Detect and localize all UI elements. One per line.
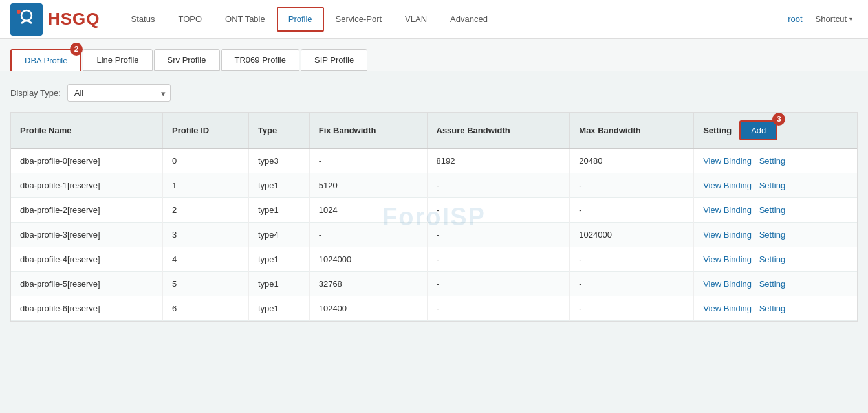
view-binding-link[interactable]: View Binding xyxy=(703,156,752,166)
cell-actions: View Binding Setting xyxy=(694,272,857,296)
badge-2: 2 xyxy=(70,43,83,56)
shortcut-label: Shortcut xyxy=(816,14,847,24)
chevron-down-icon: ▾ xyxy=(849,16,852,23)
setting-link[interactable]: Setting xyxy=(759,181,785,190)
cell-max-bandwidth: 1024000 xyxy=(570,223,694,247)
cell-profile-name: dba-profile-6[reserve] xyxy=(11,296,163,321)
tab-line-profile[interactable]: Line Profile xyxy=(83,49,152,71)
cell-actions: View Binding Setting xyxy=(694,296,857,321)
cell-actions: View Binding Setting xyxy=(694,198,857,223)
nav-ont-table[interactable]: ONT Table xyxy=(213,0,277,39)
nav-right: root Shortcut ▾ xyxy=(783,14,858,24)
cell-profile-name: dba-profile-3[reserve] xyxy=(11,223,163,247)
cell-fix-bandwidth: - xyxy=(309,149,427,173)
cell-type: type1 xyxy=(248,272,309,296)
cell-assure-bandwidth: - xyxy=(427,296,570,321)
col-setting-label: Setting xyxy=(703,126,732,135)
header: HSGQ Status TOPO ONT Table Profile Servi… xyxy=(0,0,868,39)
col-profile-name: Profile Name xyxy=(11,113,163,149)
nav-topo[interactable]: TOPO xyxy=(166,0,213,39)
view-binding-link[interactable]: View Binding xyxy=(703,205,752,215)
nav-profile[interactable]: Profile xyxy=(277,7,324,32)
cell-profile-id: 1 xyxy=(163,173,249,198)
view-binding-link[interactable]: View Binding xyxy=(703,304,752,313)
view-binding-link[interactable]: View Binding xyxy=(703,230,752,240)
table-row: dba-profile-3[reserve] 3 type4 - - 10240… xyxy=(11,223,857,247)
col-type: Type xyxy=(248,113,309,149)
cell-profile-id: 2 xyxy=(163,198,249,223)
setting-link[interactable]: Setting xyxy=(759,279,785,289)
setting-link[interactable]: Setting xyxy=(759,230,785,240)
shortcut-menu[interactable]: Shortcut ▾ xyxy=(810,14,858,24)
cell-assure-bandwidth: - xyxy=(427,247,570,272)
table-row: dba-profile-6[reserve] 6 type1 102400 - … xyxy=(11,296,857,321)
view-binding-link[interactable]: View Binding xyxy=(703,279,752,289)
cell-max-bandwidth: 20480 xyxy=(570,149,694,173)
cell-max-bandwidth: - xyxy=(570,272,694,296)
cell-type: type1 xyxy=(248,173,309,198)
cell-profile-id: 3 xyxy=(163,223,249,247)
cell-assure-bandwidth: - xyxy=(427,223,570,247)
cell-profile-name: dba-profile-4[reserve] xyxy=(11,247,163,272)
cell-profile-id: 6 xyxy=(163,296,249,321)
sub-tabs-bar: 2 DBA Profile Line Profile Srv Profile T… xyxy=(0,39,868,71)
nav-service-port[interactable]: Service-Port xyxy=(324,0,394,39)
setting-link[interactable]: Setting xyxy=(759,156,785,166)
main-content: Display Type: All type1 type3 type4 Foro… xyxy=(0,71,868,335)
col-profile-id: Profile ID xyxy=(163,113,249,149)
display-type-label: Display Type: xyxy=(10,88,61,98)
cell-fix-bandwidth: - xyxy=(309,223,427,247)
nav-vlan[interactable]: VLAN xyxy=(393,0,439,39)
user-label: root xyxy=(783,14,807,24)
cell-fix-bandwidth: 1024 xyxy=(309,198,427,223)
col-setting-add: Setting Add 3 xyxy=(694,113,857,149)
dba-profile-table: ForoISP Profile Name Profile ID Type Fix… xyxy=(10,112,858,322)
cell-profile-name: dba-profile-0[reserve] xyxy=(11,149,163,173)
cell-max-bandwidth: - xyxy=(570,296,694,321)
table-row: dba-profile-2[reserve] 2 type1 1024 - - … xyxy=(11,198,857,223)
setting-link[interactable]: Setting xyxy=(759,205,785,215)
table-row: dba-profile-4[reserve] 4 type1 1024000 -… xyxy=(11,247,857,272)
cell-profile-name: dba-profile-1[reserve] xyxy=(11,173,163,198)
cell-fix-bandwidth: 102400 xyxy=(309,296,427,321)
col-max-bandwidth: Max Bandwidth xyxy=(570,113,694,149)
setting-link[interactable]: Setting xyxy=(759,254,785,264)
cell-fix-bandwidth: 5120 xyxy=(309,173,427,198)
tab-sip-profile[interactable]: SIP Profile xyxy=(301,49,367,71)
cell-assure-bandwidth: - xyxy=(427,272,570,296)
cell-profile-name: dba-profile-2[reserve] xyxy=(11,198,163,223)
view-binding-link[interactable]: View Binding xyxy=(703,181,752,190)
badge-3: 3 xyxy=(772,113,785,126)
display-type-row: Display Type: All type1 type3 type4 xyxy=(10,84,858,102)
cell-type: type1 xyxy=(248,247,309,272)
table-header-row: Profile Name Profile ID Type Fix Bandwid… xyxy=(11,113,857,149)
col-assure-bandwidth: Assure Bandwidth xyxy=(427,113,570,149)
cell-type: type4 xyxy=(248,223,309,247)
cell-profile-id: 4 xyxy=(163,247,249,272)
add-button[interactable]: Add 3 xyxy=(739,120,777,140)
cell-actions: View Binding Setting xyxy=(694,247,857,272)
cell-max-bandwidth: - xyxy=(570,198,694,223)
tab-srv-profile[interactable]: Srv Profile xyxy=(154,49,220,71)
view-binding-link[interactable]: View Binding xyxy=(703,254,752,264)
cell-type: type1 xyxy=(248,198,309,223)
cell-type: type1 xyxy=(248,296,309,321)
cell-assure-bandwidth: - xyxy=(427,198,570,223)
cell-type: type3 xyxy=(248,149,309,173)
table-row: dba-profile-5[reserve] 5 type1 32768 - -… xyxy=(11,272,857,296)
display-type-select[interactable]: All type1 type3 type4 xyxy=(67,84,171,102)
col-fix-bandwidth: Fix Bandwidth xyxy=(309,113,427,149)
cell-max-bandwidth: - xyxy=(570,247,694,272)
cell-actions: View Binding Setting xyxy=(694,149,857,173)
cell-assure-bandwidth: 8192 xyxy=(427,149,570,173)
tab-tr069-profile[interactable]: TR069 Profile xyxy=(221,49,299,71)
nav-status[interactable]: Status xyxy=(120,0,167,39)
cell-profile-id: 0 xyxy=(163,149,249,173)
logo-text: HSGQ xyxy=(48,9,100,29)
cell-actions: View Binding Setting xyxy=(694,223,857,247)
nav-advanced[interactable]: Advanced xyxy=(439,0,499,39)
table-row: dba-profile-0[reserve] 0 type3 - 8192 20… xyxy=(11,149,857,173)
setting-link[interactable]: Setting xyxy=(759,304,785,313)
cell-actions: View Binding Setting xyxy=(694,173,857,198)
main-nav: Status TOPO ONT Table Profile Service-Po… xyxy=(120,0,783,39)
